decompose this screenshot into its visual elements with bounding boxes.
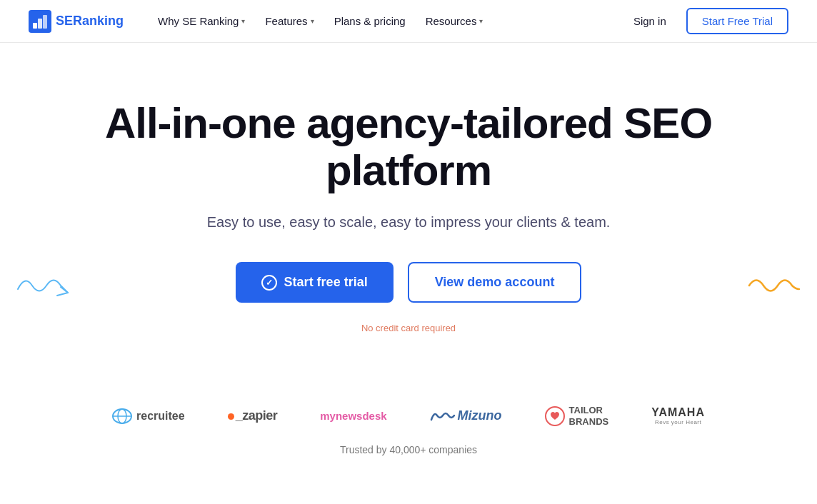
start-free-trial-button[interactable]: ✓ Start free trial bbox=[236, 262, 394, 303]
nav-features[interactable]: Features ▾ bbox=[256, 9, 322, 33]
recruitee-text: recruitee bbox=[136, 410, 185, 423]
tailor-brands-icon bbox=[545, 406, 565, 426]
recruitee-logo: recruitee bbox=[112, 408, 185, 424]
svg-rect-2 bbox=[38, 19, 42, 29]
nav-links: Why SE Ranking ▾ Features ▾ Plans & pric… bbox=[149, 9, 491, 33]
squiggle-right-decoration bbox=[746, 271, 803, 300]
zapier-logo: _zapier bbox=[228, 408, 278, 423]
mynewsdesk-logo: mynewsdesk bbox=[320, 410, 386, 422]
check-circle-icon: ✓ bbox=[261, 275, 277, 291]
nav-why-se-ranking[interactable]: Why SE Ranking ▾ bbox=[149, 9, 254, 33]
hero-title: All-in-one agency-tailored SEO platform bbox=[101, 100, 716, 194]
mizuno-text: Mizuno bbox=[458, 408, 502, 423]
logos-section: recruitee _zapier mynewsdesk Mizuno bbox=[0, 376, 817, 491]
squiggle-left-decoration bbox=[14, 271, 71, 300]
nav-plans-pricing[interactable]: Plans & pricing bbox=[326, 9, 414, 33]
chevron-down-icon: ▾ bbox=[311, 17, 314, 25]
navbar: SERanking Why SE Ranking ▾ Features ▾ Pl… bbox=[0, 0, 817, 43]
view-demo-account-button[interactable]: View demo account bbox=[408, 262, 582, 303]
tailor-brands-logo: TAILORBRANDS bbox=[545, 405, 609, 427]
trusted-text: Trusted by 40,000+ companies bbox=[340, 444, 477, 455]
mizuno-wave-icon bbox=[430, 408, 456, 424]
svg-rect-1 bbox=[33, 23, 37, 29]
hero-buttons: ✓ Start free trial View demo account bbox=[236, 262, 582, 303]
mizuno-logo: Mizuno bbox=[430, 408, 502, 424]
se-ranking-logo-icon bbox=[29, 10, 51, 33]
navbar-right: Sign in Start Free Trial bbox=[625, 8, 788, 34]
mynewsdesk-text: mynewsdesk bbox=[320, 410, 386, 422]
logos-row: recruitee _zapier mynewsdesk Mizuno bbox=[112, 405, 705, 427]
zapier-text: _zapier bbox=[228, 408, 278, 423]
chevron-down-icon: ▾ bbox=[479, 17, 483, 25]
logo[interactable]: SERanking bbox=[29, 10, 124, 33]
nav-resources[interactable]: Resources ▾ bbox=[417, 9, 492, 33]
hero-subtitle: Easy to use, easy to scale, easy to impr… bbox=[207, 214, 611, 231]
recruitee-icon bbox=[112, 408, 132, 424]
no-credit-card-text: No credit card required bbox=[361, 323, 456, 333]
start-free-trial-nav-button[interactable]: Start Free Trial bbox=[686, 8, 788, 34]
tailor-brands-heart-icon bbox=[549, 410, 561, 422]
navbar-left: SERanking Why SE Ranking ▾ Features ▾ Pl… bbox=[29, 9, 491, 33]
yamaha-logo: YAMAHA Revs your Heart bbox=[651, 406, 705, 425]
logo-text: SERanking bbox=[56, 14, 124, 29]
hero-section: All-in-one agency-tailored SEO platform … bbox=[0, 43, 817, 376]
svg-rect-3 bbox=[43, 15, 47, 29]
yamaha-tagline: Revs your Heart bbox=[655, 419, 701, 425]
chevron-down-icon: ▾ bbox=[241, 17, 245, 25]
yamaha-text: YAMAHA bbox=[651, 406, 705, 419]
tailor-brands-text: TAILORBRANDS bbox=[569, 405, 609, 427]
signin-button[interactable]: Sign in bbox=[625, 9, 675, 33]
